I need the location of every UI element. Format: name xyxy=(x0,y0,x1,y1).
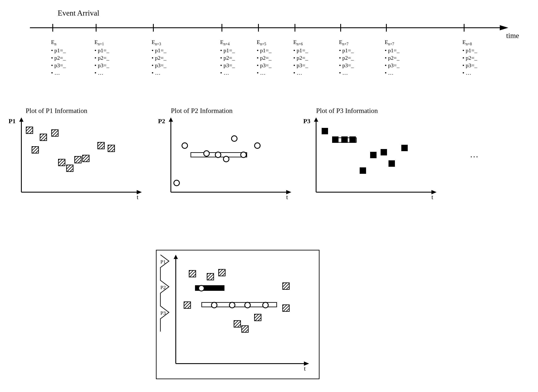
event-prop: • p2=_ xyxy=(257,54,271,62)
event-prop: • p1=_ xyxy=(462,47,477,54)
svg-rect-10 xyxy=(464,24,464,32)
svg-marker-1 xyxy=(500,25,508,30)
event-prop: • p3=_ xyxy=(385,62,399,69)
event-prop: • p1=_ xyxy=(257,47,271,54)
event-prop: • p3=_ xyxy=(94,62,109,69)
hatched-square-marker-icon xyxy=(40,134,47,141)
hatched-square-marker-icon xyxy=(26,127,33,134)
event-prop: • p1=_ xyxy=(220,47,235,54)
hatched-square-marker-icon xyxy=(282,282,290,290)
t-axis-label: t xyxy=(431,193,433,201)
plot-p3: t xyxy=(314,117,438,199)
time-axis-tick xyxy=(340,24,341,32)
plot-p1-title: Plot of P1 Information xyxy=(26,107,87,115)
event-column: En+8• p1=_• p2=_• p3=_• … xyxy=(462,38,477,77)
event-prop: • p1=_ xyxy=(339,47,354,54)
open-circle-marker-icon xyxy=(223,156,229,162)
plot-p2-title: Plot of P2 Information xyxy=(171,107,233,115)
event-prop: • p3=_ xyxy=(220,62,235,69)
event-prop: • … xyxy=(152,69,166,77)
open-circle-marker-icon xyxy=(182,142,188,149)
event-label: En+5 xyxy=(257,38,271,47)
time-axis-tick xyxy=(386,24,387,32)
event-prop: • p3=_ xyxy=(51,62,66,69)
event-prop: • p2=_ xyxy=(152,54,166,62)
event-prop: • p2=_ xyxy=(51,54,66,62)
event-prop: • p3=_ xyxy=(152,62,166,69)
event-column: En+7• p1=_• p2=_• p3=_• … xyxy=(385,38,399,77)
event-prop: • p2=_ xyxy=(462,54,477,62)
hatched-square-marker-icon xyxy=(82,155,89,162)
plot-p2-ylabel: P2 xyxy=(158,117,165,125)
solid-square-marker-icon xyxy=(388,160,395,167)
hatched-square-marker-icon xyxy=(74,156,82,163)
time-axis-tick xyxy=(52,24,53,32)
svg-rect-8 xyxy=(340,24,341,32)
svg-rect-4 xyxy=(153,24,154,32)
event-label: En+1 xyxy=(94,38,109,47)
hatched-square-marker-icon xyxy=(108,145,115,152)
event-prop: • p3=_ xyxy=(462,62,477,69)
event-prop: • p3=_ xyxy=(257,62,271,69)
event-prop: • p2=_ xyxy=(385,54,399,62)
plot-p1-ylabel: P1 xyxy=(9,117,16,125)
solid-square-marker-icon xyxy=(381,149,387,155)
event-prop: • p1=_ xyxy=(385,47,399,54)
hatched-square-marker-icon xyxy=(184,301,191,309)
open-circle-marker-icon xyxy=(262,302,269,308)
hatched-square-marker-icon xyxy=(189,270,196,277)
combined-plot-frame: t P1 P2 P3 xyxy=(156,250,319,379)
event-prop: • p1=_ xyxy=(94,47,109,54)
event-prop: • … xyxy=(385,69,399,77)
t-axis-label: t xyxy=(137,193,138,201)
combined-ylabel-p3: P3 xyxy=(160,310,166,316)
solid-square-marker-icon xyxy=(322,128,328,134)
event-prop: • … xyxy=(51,69,66,77)
plot-p2: t xyxy=(169,117,293,199)
event-label: En+3 xyxy=(152,38,166,47)
plot-p3-ylabel: P3 xyxy=(303,117,310,125)
hatched-square-marker-icon xyxy=(51,129,59,137)
svg-rect-2 xyxy=(52,24,53,32)
hatched-square-marker-icon xyxy=(207,273,214,280)
time-axis-tick xyxy=(96,24,97,32)
solid-square-marker-icon xyxy=(349,136,356,143)
time-axis-tick xyxy=(464,24,464,32)
event-prop: • … xyxy=(94,69,109,77)
event-prop: • p1=_ xyxy=(51,47,66,54)
solid-square-marker-icon xyxy=(370,152,377,158)
event-prop: • p2=_ xyxy=(94,54,109,62)
t-axis-label: t xyxy=(304,365,306,372)
combined-yaxis-zigzag-icon xyxy=(159,255,172,331)
plots-ellipsis: … xyxy=(470,149,480,159)
open-circle-marker-icon xyxy=(254,142,261,149)
time-axis-tick xyxy=(258,24,259,32)
open-circle-marker-icon xyxy=(244,302,251,308)
event-column: En+3• p1=_• p2=_• p3=_• … xyxy=(152,38,166,77)
svg-rect-5 xyxy=(221,24,222,32)
svg-marker-16 xyxy=(169,117,173,122)
solid-square-marker-icon xyxy=(341,136,348,143)
time-axis xyxy=(30,23,513,32)
hatched-square-marker-icon xyxy=(32,146,39,154)
time-axis-label: time xyxy=(506,32,519,40)
open-circle-marker-icon xyxy=(173,180,180,186)
solid-square-marker-icon xyxy=(401,145,408,151)
event-prop: • p3=_ xyxy=(293,62,308,69)
combined-ylabel-p2: P2 xyxy=(160,285,166,290)
open-circle-marker-icon xyxy=(211,302,217,308)
event-label: En+4 xyxy=(220,38,235,47)
plot-p1: t xyxy=(19,117,143,199)
event-column: En+1• p1=_• p2=_• p3=_• … xyxy=(94,38,109,77)
event-label: En+6 xyxy=(293,38,308,47)
event-prop: • … xyxy=(462,69,477,77)
plot-combined: t xyxy=(174,255,310,370)
event-prop: • p2=_ xyxy=(339,54,354,62)
solid-square-marker-icon xyxy=(332,136,338,143)
combined-ylabel-p1: P1 xyxy=(160,259,166,265)
event-prop: • p3=_ xyxy=(339,62,354,69)
t-axis-label: t xyxy=(286,193,288,201)
hatched-square-marker-icon xyxy=(58,159,65,166)
event-prop: • … xyxy=(293,69,308,77)
open-circle-marker-icon xyxy=(229,302,235,308)
